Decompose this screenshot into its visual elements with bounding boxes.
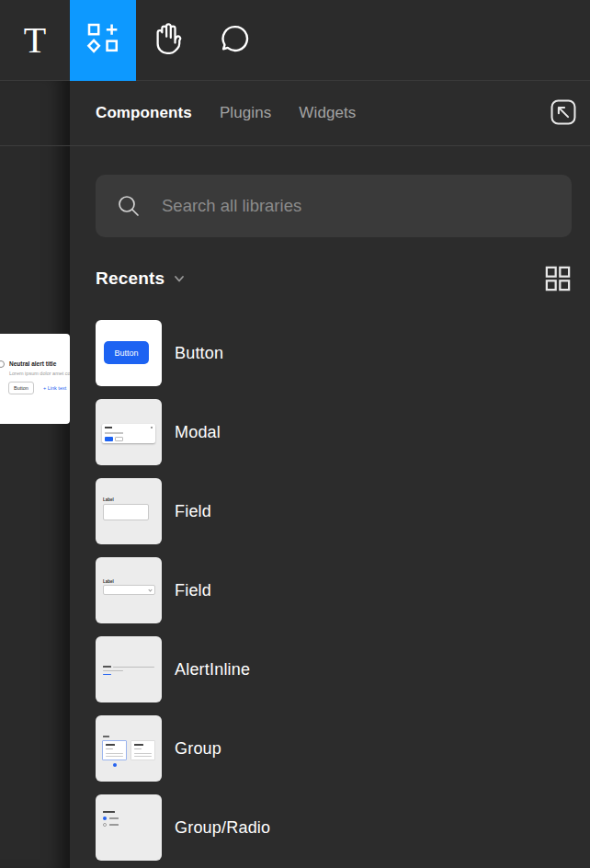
toolbar: T <box>0 0 590 81</box>
grid-view-icon <box>545 266 571 291</box>
mini-button-preview: Button <box>104 341 149 364</box>
thumbnail-button: Button <box>96 320 162 386</box>
list-item-alertinline[interactable]: AlertInline <box>96 636 590 702</box>
thumbnail-field-select: Label <box>96 557 162 623</box>
thumbnail-field: Label <box>96 478 162 544</box>
item-label: AlertInline <box>175 660 250 680</box>
mini-field-input <box>103 504 149 520</box>
text-tool-icon: T <box>24 22 46 59</box>
recents-header: Recents <box>96 264 572 293</box>
grid-view-button[interactable] <box>544 265 572 292</box>
item-label: Field <box>175 581 211 600</box>
recents-dropdown-button[interactable]: Recents <box>96 268 186 289</box>
alert-link: + Link text <box>43 385 66 391</box>
alert-body: Lorem ipsum dolor amet consequ <box>9 371 70 376</box>
list-item-group[interactable]: Group <box>96 715 590 782</box>
list-item-modal[interactable]: Modal <box>96 399 590 465</box>
components-list: Button Button Modal Label <box>96 320 590 868</box>
list-item-button[interactable]: Button Button <box>96 320 590 386</box>
mini-select-input <box>103 585 155 595</box>
mini-field-label: Label <box>103 497 114 502</box>
hand-tool-button[interactable] <box>136 0 202 81</box>
canvas-alert-component[interactable]: Neutral alert title Lorem ipsum dolor am… <box>0 334 70 424</box>
figma-app: T <box>0 0 590 868</box>
panel-tabs: Components Plugins Widgets <box>70 81 590 145</box>
comment-tool-button[interactable] <box>202 0 268 81</box>
list-item-group-radio[interactable]: Group/Radio <box>96 794 590 861</box>
search-bar <box>96 175 572 237</box>
search-input[interactable] <box>162 196 551 216</box>
canvas: Neutral alert title Lorem ipsum dolor am… <box>0 81 70 868</box>
list-item-field[interactable]: Label Field <box>96 478 590 544</box>
hand-icon <box>153 22 186 59</box>
alert-button: Button <box>8 382 34 394</box>
thumbnail-modal <box>96 399 162 465</box>
list-item-field-2[interactable]: Label Field <box>96 557 590 623</box>
item-label: Group <box>175 739 221 759</box>
text-tool-button[interactable]: T <box>0 0 70 81</box>
search-icon <box>116 193 142 219</box>
thumbnail-alertinline <box>96 636 162 702</box>
tab-plugins[interactable]: Plugins <box>220 104 271 122</box>
mini-card <box>130 740 155 760</box>
mini-field-label: Label <box>103 579 114 584</box>
mini-card-selected <box>102 740 127 760</box>
mini-caret-icon <box>148 588 152 591</box>
components-panel: Components Plugins Widgets Recents <box>70 81 590 868</box>
popout-panel-button[interactable] <box>548 97 579 128</box>
item-label: Button <box>175 344 223 363</box>
components-icon <box>86 22 119 59</box>
components-tool-button[interactable] <box>70 0 136 81</box>
item-label: Group/Radio <box>175 818 270 838</box>
recents-title: Recents <box>96 268 165 289</box>
header-divider <box>0 145 590 146</box>
info-icon <box>0 360 5 368</box>
item-label: Modal <box>175 423 221 442</box>
item-label: Field <box>175 502 211 521</box>
thumbnail-group-radio <box>96 794 162 861</box>
popout-icon <box>548 97 579 128</box>
mini-modal-preview <box>102 424 155 443</box>
comment-icon <box>219 22 252 59</box>
tab-widgets[interactable]: Widgets <box>299 104 356 122</box>
thumbnail-group <box>96 715 162 782</box>
chevron-down-icon <box>173 272 186 285</box>
tab-components[interactable]: Components <box>96 104 192 122</box>
alert-title: Neutral alert title <box>9 360 56 367</box>
